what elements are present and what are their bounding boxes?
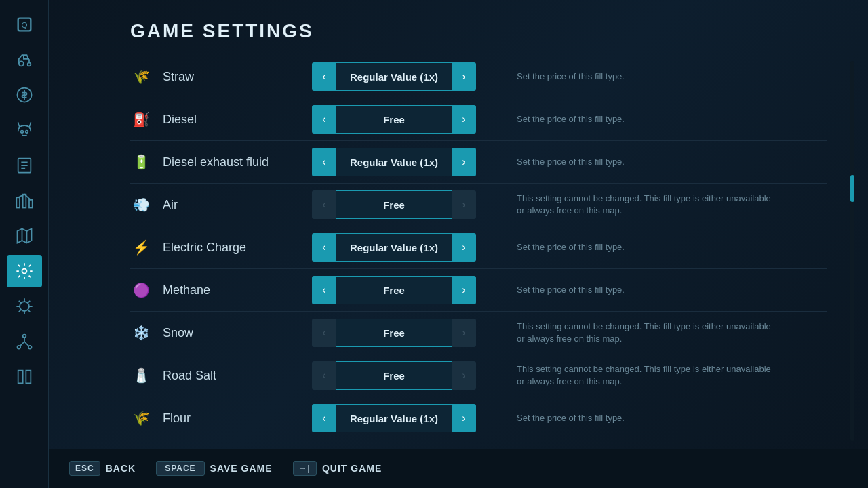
- road-salt-next-button: ›: [452, 361, 476, 390]
- road-salt-value: Free: [336, 361, 452, 390]
- setting-row-flour: 🌾Flour‹Regular Value (1x)›Set the price …: [130, 397, 827, 435]
- back-key: ESC: [69, 461, 100, 476]
- svg-point-6: [25, 131, 28, 134]
- snow-next-button: ›: [452, 319, 476, 347]
- sidebar-item-production[interactable]: [7, 184, 42, 217]
- svg-rect-10: [29, 200, 33, 208]
- road-salt-name: Road Salt: [163, 369, 298, 383]
- settings-list[interactable]: 🌾Straw‹Regular Value (1x)›Set the price …: [130, 56, 841, 435]
- flour-next-button[interactable]: ›: [452, 404, 476, 432]
- electric-charge-next-button[interactable]: ›: [452, 233, 476, 262]
- diesel-exhaust-name: Diesel exhaust fluid: [163, 155, 298, 169]
- setting-row-methane: 🟣Methane‹Free›Set the price of this fill…: [130, 269, 827, 312]
- sidebar-item-tractor[interactable]: [7, 43, 42, 76]
- methane-icon: 🟣: [130, 279, 152, 301]
- straw-value: Regular Value (1x): [336, 62, 452, 91]
- quit-key: →|: [293, 461, 317, 476]
- setting-row-diesel: ⛽Diesel‹Free›Set the price of this fill …: [130, 98, 827, 141]
- electric-charge-value: Regular Value (1x): [336, 233, 452, 262]
- snow-name: Snow: [163, 326, 298, 340]
- straw-next-button[interactable]: ›: [452, 62, 476, 91]
- methane-value: Free: [336, 276, 452, 304]
- setting-row-diesel-exhaust: 🔋Diesel exhaust fluid‹Regular Value (1x)…: [130, 141, 827, 184]
- air-icon: 💨: [130, 194, 152, 216]
- quit-label: QUIT GAME: [322, 463, 382, 474]
- save-key: SPACE: [156, 461, 204, 476]
- svg-point-3: [27, 63, 31, 66]
- diesel-exhaust-next-button[interactable]: ›: [452, 148, 476, 176]
- sidebar-item-settings[interactable]: [7, 255, 42, 287]
- diesel-exhaust-prev-button[interactable]: ‹: [312, 148, 336, 176]
- methane-name: Methane: [163, 283, 298, 298]
- snow-prev-button: ‹: [312, 319, 336, 347]
- sidebar-item-animals[interactable]: [7, 114, 42, 146]
- diesel-control[interactable]: ‹Free›: [312, 105, 476, 134]
- road-salt-icon: 🧂: [130, 365, 152, 386]
- sidebar-item-help[interactable]: [7, 361, 42, 393]
- sidebar-item-gear[interactable]: [7, 290, 42, 323]
- sidebar-item-economy[interactable]: [7, 79, 42, 111]
- electric-charge-name: Electric Charge: [163, 241, 298, 255]
- air-prev-button: ‹: [312, 190, 336, 219]
- methane-description: Set the price of this fill type.: [517, 284, 625, 296]
- svg-point-12: [22, 335, 26, 338]
- bottom-bar: ESC BACK SPACE SAVE GAME →| QUIT GAME: [49, 449, 868, 488]
- air-next-button: ›: [452, 190, 476, 219]
- flour-description: Set the price of this fill type.: [517, 412, 625, 424]
- sidebar-item-map[interactable]: [7, 220, 42, 252]
- quit-button[interactable]: →| QUIT GAME: [293, 461, 382, 476]
- electric-charge-control[interactable]: ‹Regular Value (1x)›: [312, 233, 476, 262]
- svg-rect-8: [16, 197, 20, 207]
- back-button[interactable]: ESC BACK: [69, 461, 136, 476]
- electric-charge-prev-button[interactable]: ‹: [312, 233, 336, 262]
- snow-value: Free: [336, 319, 452, 347]
- diesel-prev-button[interactable]: ‹: [312, 105, 336, 134]
- setting-row-snow: ❄️Snow‹Free›This setting cannot be chang…: [130, 312, 827, 354]
- diesel-value: Free: [336, 105, 452, 134]
- scrollbar-track[interactable]: [850, 61, 854, 441]
- electric-charge-icon: ⚡: [130, 237, 152, 258]
- svg-text:Q: Q: [21, 20, 27, 29]
- diesel-exhaust-value: Regular Value (1x): [336, 148, 452, 176]
- air-control[interactable]: ‹Free›: [312, 190, 476, 219]
- straw-icon: 🌾: [130, 66, 152, 87]
- snow-control[interactable]: ‹Free›: [312, 319, 476, 347]
- back-label: BACK: [106, 463, 136, 474]
- setting-row-air: 💨Air‹Free›This setting cannot be changed…: [130, 184, 827, 226]
- road-salt-control[interactable]: ‹Free›: [312, 361, 476, 390]
- sidebar-item-network[interactable]: [7, 325, 42, 358]
- diesel-next-button[interactable]: ›: [452, 105, 476, 134]
- main-content: GAME SETTINGS 🌾Straw‹Regular Value (1x)›…: [49, 0, 868, 447]
- svg-point-11: [22, 269, 26, 274]
- methane-next-button[interactable]: ›: [452, 276, 476, 304]
- methane-control[interactable]: ‹Free›: [312, 276, 476, 304]
- svg-point-5: [20, 131, 23, 134]
- flour-value: Regular Value (1x): [336, 404, 452, 432]
- straw-description: Set the price of this fill type.: [517, 70, 625, 83]
- air-value: Free: [336, 190, 452, 219]
- scrollbar-thumb[interactable]: [850, 175, 854, 202]
- road-salt-prev-button: ‹: [312, 361, 336, 390]
- svg-rect-9: [22, 195, 26, 208]
- sidebar: Q: [0, 0, 49, 488]
- diesel-name: Diesel: [163, 113, 298, 127]
- methane-prev-button[interactable]: ‹: [312, 276, 336, 304]
- road-salt-description: This setting cannot be changed. This fil…: [517, 363, 774, 388]
- straw-control[interactable]: ‹Regular Value (1x)›: [312, 62, 476, 91]
- straw-prev-button[interactable]: ‹: [312, 62, 336, 91]
- diesel-exhaust-icon: 🔋: [130, 151, 152, 173]
- flour-prev-button[interactable]: ‹: [312, 404, 336, 432]
- sidebar-item-contracts[interactable]: [7, 149, 42, 182]
- diesel-exhaust-control[interactable]: ‹Regular Value (1x)›: [312, 148, 476, 176]
- diesel-icon: ⛽: [130, 108, 152, 130]
- save-button[interactable]: SPACE SAVE GAME: [156, 461, 272, 476]
- svg-point-14: [28, 346, 31, 349]
- air-name: Air: [163, 198, 298, 212]
- setting-row-electric-charge: ⚡Electric Charge‹Regular Value (1x)›Set …: [130, 226, 827, 269]
- svg-point-2: [18, 61, 23, 66]
- setting-row-straw: 🌾Straw‹Regular Value (1x)›Set the price …: [130, 56, 827, 98]
- save-label: SAVE GAME: [210, 463, 273, 474]
- sidebar-item-q[interactable]: Q: [7, 8, 42, 41]
- flour-icon: 🌾: [130, 407, 152, 429]
- flour-control[interactable]: ‹Regular Value (1x)›: [312, 404, 476, 432]
